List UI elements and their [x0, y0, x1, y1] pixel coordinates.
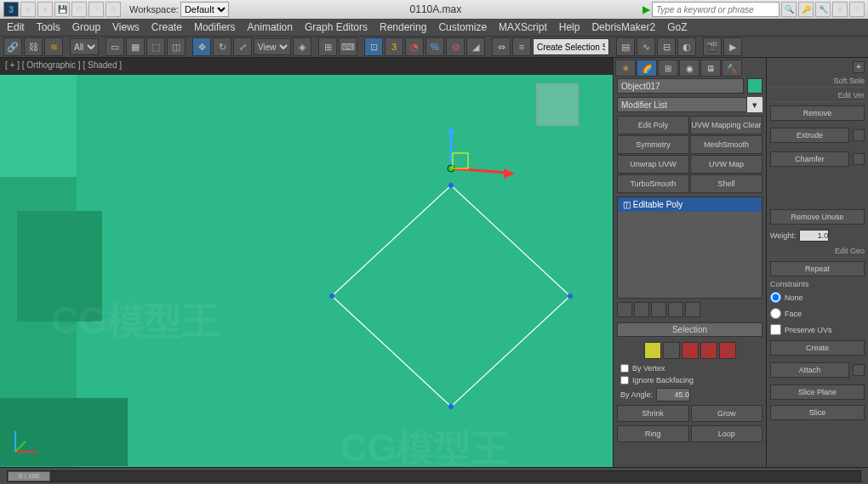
vertex-mode-icon[interactable] — [644, 342, 661, 359]
bind-icon[interactable]: ≋ — [44, 37, 63, 56]
chamfer-settings-icon[interactable] — [853, 153, 865, 165]
mod-symmetry[interactable]: Symmetry — [617, 135, 689, 154]
help-icon[interactable]: ? — [849, 2, 865, 17]
mod-uvw-map[interactable]: UVW Map — [690, 155, 762, 174]
modify-tab-icon[interactable]: 🌈 — [637, 60, 657, 77]
menu-animation[interactable]: Animation — [248, 21, 293, 33]
configure-sets-icon[interactable] — [685, 302, 700, 317]
unlink-icon[interactable]: ⛓ — [24, 37, 43, 56]
constraint-face-radio[interactable] — [770, 308, 781, 319]
binoculars-icon[interactable]: 🔍 — [781, 2, 797, 17]
repeat-button[interactable]: Repeat — [770, 261, 865, 276]
star-icon[interactable]: ★ — [832, 2, 848, 17]
schematic-icon[interactable]: ⊟ — [657, 37, 676, 56]
mirror-icon[interactable]: ⇔ — [492, 37, 511, 56]
ring-button[interactable]: Ring — [617, 425, 689, 442]
mod-meshsmooth[interactable]: MeshSmooth — [690, 135, 762, 154]
link-icon[interactable]: ⚙ — [106, 2, 121, 17]
edge-mode-icon[interactable] — [663, 342, 680, 359]
timeline[interactable]: 0 / 100 — [7, 470, 861, 482]
material-icon[interactable]: ◐ — [677, 37, 696, 56]
named-selection-input[interactable] — [533, 38, 609, 55]
make-unique-icon[interactable] — [651, 302, 666, 317]
ref-coord-select[interactable]: View — [254, 38, 291, 55]
plus-icon[interactable]: + — [853, 61, 865, 73]
menu-graph-editors[interactable]: Graph Editors — [305, 21, 368, 33]
hierarchy-tab-icon[interactable]: ⊞ — [658, 60, 678, 77]
shrink-button[interactable]: Shrink — [617, 405, 689, 422]
modifier-stack[interactable]: ◫ Editable Poly — [617, 196, 762, 299]
slice-plane-button[interactable]: Slice Plane — [770, 384, 865, 400]
pivot-icon[interactable]: ◈ — [293, 37, 311, 56]
menu-edit[interactable]: Edit — [7, 21, 25, 33]
move-icon[interactable]: ✥ — [192, 37, 211, 56]
menu-goz[interactable]: GoZ — [667, 21, 687, 33]
weight-input[interactable] — [799, 230, 829, 242]
spinner-snap-icon[interactable]: ⊙ — [446, 37, 465, 56]
scale-icon[interactable]: ⤢ — [233, 37, 252, 56]
select-link-icon[interactable]: 🔗 — [3, 37, 22, 56]
layer-icon[interactable]: ▤ — [616, 37, 635, 56]
view-cube[interactable] — [536, 83, 579, 126]
render-icon[interactable]: ▶ — [723, 37, 742, 56]
rect-select-icon[interactable]: ⬚ — [146, 37, 165, 56]
attach-list-icon[interactable] — [853, 364, 865, 376]
select-name-icon[interactable]: ▦ — [126, 37, 145, 56]
snap-toggle-icon[interactable]: ⊡ — [364, 37, 383, 56]
preserve-uvs-checkbox[interactable] — [770, 324, 781, 335]
object-name-input[interactable] — [617, 78, 744, 94]
menu-group[interactable]: Group — [72, 21, 100, 33]
mod-uvw-clear[interactable]: UVW Mapping Clear — [690, 116, 762, 134]
menu-rendering[interactable]: Rendering — [380, 21, 426, 33]
snap-num-icon[interactable]: 3 — [385, 37, 403, 56]
edit-geo-title[interactable]: Edit Geo — [770, 245, 865, 258]
key-icon[interactable]: 🔑 — [798, 2, 814, 17]
menu-tools[interactable]: Tools — [37, 21, 60, 33]
wrench-icon[interactable]: 🔧 — [815, 2, 831, 17]
pin-stack-icon[interactable] — [617, 302, 632, 317]
mod-turbosmooth[interactable]: TurboSmooth — [617, 174, 689, 193]
edge-constraint-icon[interactable]: ◢ — [466, 37, 485, 56]
redo-icon[interactable]: ↷ — [89, 2, 104, 17]
render-setup-icon[interactable]: 🎬 — [703, 37, 722, 56]
remove-unused-button[interactable]: Remove Unuse — [770, 209, 865, 225]
save-icon[interactable]: 💾 — [54, 2, 70, 17]
ignore-backfacing-checkbox[interactable] — [620, 376, 629, 384]
mod-shell[interactable]: Shell — [690, 174, 762, 193]
create-tab-icon[interactable]: ✳ — [615, 60, 636, 77]
display-tab-icon[interactable]: 🖥 — [700, 60, 721, 77]
viewport[interactable]: [ + ] [ Orthographic ] [ Shaded ] — [0, 58, 613, 467]
constraint-none-radio[interactable] — [770, 292, 781, 303]
attach-button[interactable]: Attach — [770, 362, 849, 378]
by-vertex-checkbox[interactable] — [620, 364, 629, 373]
grow-button[interactable]: Grow — [691, 405, 763, 422]
window-crossing-icon[interactable]: ◫ — [167, 37, 186, 56]
chamfer-button[interactable]: Chamfer — [770, 151, 849, 167]
stack-item-editable-poly[interactable]: ◫ Editable Poly — [618, 197, 762, 212]
mod-edit-poly[interactable]: Edit Poly — [617, 116, 689, 134]
element-mode-icon[interactable] — [719, 342, 736, 359]
create-button[interactable]: Create — [770, 340, 865, 356]
search-input[interactable] — [652, 2, 779, 17]
show-end-result-icon[interactable] — [634, 302, 649, 317]
polygon-mode-icon[interactable] — [700, 342, 717, 359]
remove-modifier-icon[interactable] — [668, 302, 683, 317]
menu-maxscript[interactable]: MAXScript — [499, 21, 547, 33]
selection-filter[interactable]: All — [70, 38, 99, 55]
rotate-icon[interactable]: ↻ — [213, 37, 231, 56]
new-file-icon[interactable]: ▾ — [20, 2, 36, 17]
timeline-handle[interactable]: 0 / 100 — [8, 471, 50, 481]
remove-button[interactable]: Remove — [770, 105, 865, 121]
edit-vertices-title[interactable]: Edit Ver — [770, 89, 865, 102]
utilities-tab-icon[interactable]: 🔨 — [722, 60, 742, 77]
workspace-select[interactable]: Default — [180, 2, 229, 17]
keyboard-icon[interactable]: ⌨ — [339, 37, 357, 56]
menu-modifiers[interactable]: Modifiers — [194, 21, 236, 33]
slice-button[interactable]: Slice — [770, 405, 865, 420]
menu-create[interactable]: Create — [151, 21, 182, 33]
curve-editor-icon[interactable]: ∿ — [637, 37, 655, 56]
menu-views[interactable]: Views — [112, 21, 140, 33]
angle-snap-icon[interactable]: ◔ — [405, 37, 424, 56]
viewport-scene[interactable]: CG模型王 CG模型王 — [0, 58, 613, 467]
loop-button[interactable]: Loop — [691, 425, 763, 442]
